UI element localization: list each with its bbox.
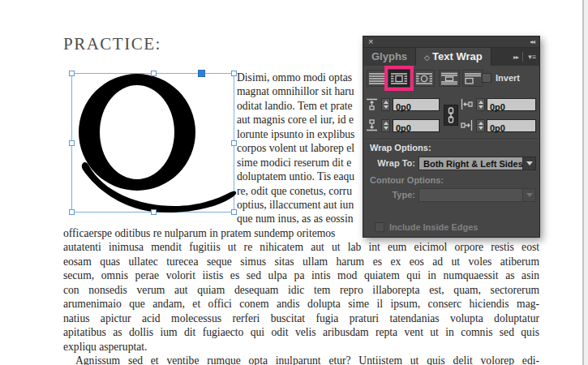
left-offset-field-wrap xyxy=(487,98,536,111)
chain-link-icon xyxy=(447,107,455,123)
no-wrap-icon xyxy=(368,72,386,85)
stepper-up-icon[interactable] xyxy=(479,122,483,125)
text-line: eosam quas ullatec turecea seque simus s… xyxy=(63,255,539,268)
contour-options-label: Contour Options: xyxy=(370,175,444,185)
jump-object-button[interactable] xyxy=(439,70,460,87)
left-offset-input[interactable] xyxy=(487,101,535,113)
tab-separator xyxy=(522,52,523,62)
text-line: natius apictur acid molecessus rerferi b… xyxy=(63,311,539,325)
wrap-object-shape-icon xyxy=(415,72,433,85)
frame-handle-top-right[interactable] xyxy=(231,71,237,76)
include-inside-edges-checkbox xyxy=(375,222,384,232)
wrap-options-label: Wrap Options: xyxy=(370,143,431,152)
right-offset-icon xyxy=(461,119,473,131)
page-title: PRACTICE: xyxy=(63,34,161,54)
contour-type-dropdown xyxy=(418,188,536,202)
dropdown-arrow-icon[interactable] xyxy=(522,157,535,170)
right-offset-input[interactable] xyxy=(487,122,535,134)
left-offset-icon xyxy=(461,98,473,110)
selected-graphic-frame[interactable] xyxy=(71,73,234,213)
contour-type-label: Type: xyxy=(370,190,415,200)
stepper-down-icon[interactable] xyxy=(384,127,388,130)
frame-handle-top-left[interactable] xyxy=(69,71,75,76)
text-line: autatenti inimusa mendit fugitiis ut re … xyxy=(63,240,539,254)
frame-handle-bottom-left[interactable] xyxy=(69,209,75,215)
text-line: expliqu asperuptat. xyxy=(63,340,539,354)
stepper-down-icon[interactable] xyxy=(384,105,388,109)
wrap-bounding-box-icon xyxy=(390,72,408,85)
text-line: con nonsedis verum aut quiam desequam id… xyxy=(63,283,539,297)
text-line: Agnissum sed et ventibe rumque opta inul… xyxy=(63,354,539,365)
page-edge xyxy=(582,0,588,365)
left-offset-stepper[interactable] xyxy=(476,98,485,111)
panel-menu-icon[interactable]: ▾≡ xyxy=(528,53,536,61)
tab-text-wrap[interactable]: ◇Text Wrap xyxy=(416,48,491,66)
right-offset-field-wrap xyxy=(487,119,536,132)
text-line: apitatibus as dollis ium dit fugiaecto q… xyxy=(63,325,539,339)
panel-header-bar: × ◂◂ xyxy=(363,36,539,48)
collapse-panel-icon[interactable]: ◂◂ xyxy=(530,38,534,46)
indesign-workspace: { "page": { "heading": "PRACTICE:", "dro… xyxy=(0,0,588,365)
no-wrap-button[interactable] xyxy=(367,70,388,87)
top-offset-icon xyxy=(366,98,378,110)
close-icon[interactable]: × xyxy=(368,36,373,47)
frame-handle-top-middle[interactable] xyxy=(151,71,157,76)
top-offset-input[interactable] xyxy=(393,101,439,113)
bottom-offset-icon xyxy=(366,119,378,131)
stepper-up-icon[interactable] xyxy=(384,101,388,104)
modified-indicator-icon: ◇ xyxy=(424,54,430,62)
panel-tab-bar: Glyphs ◇Text Wrap ▸▸ ▾≡ xyxy=(363,48,539,66)
frame-handle-middle-left[interactable] xyxy=(69,140,75,146)
frame-handle-bottom-middle[interactable] xyxy=(151,209,157,215)
wrap-to-dropdown[interactable]: Both Right & Left Sides xyxy=(418,157,536,170)
frame-handle-bottom-right[interactable] xyxy=(231,209,237,215)
drop-cap-q-glyph[interactable] xyxy=(72,74,234,212)
wrap-to-label: Wrap To: xyxy=(370,158,415,168)
invert-checkbox[interactable] xyxy=(482,73,491,83)
link-offsets-button[interactable] xyxy=(444,105,458,126)
wrap-to-value: Both Right & Left Sides xyxy=(419,159,522,169)
stepper-up-icon[interactable] xyxy=(384,122,388,125)
body-text-column: officaerspe oditibus re nulparum in prat… xyxy=(63,226,539,365)
panel-divider xyxy=(365,139,538,140)
dropdown-arrow-icon xyxy=(522,189,535,201)
bottom-offset-input[interactable] xyxy=(393,122,439,134)
jump-object-icon xyxy=(440,72,458,85)
wrap-around-bounding-box-button[interactable] xyxy=(388,70,410,87)
include-inside-edges-label: Include Inside Edges xyxy=(389,222,478,232)
right-offset-stepper[interactable] xyxy=(476,119,485,132)
tab-overflow-icon[interactable]: ▸▸ xyxy=(513,54,518,61)
text-line: secum, omnis perae volorit iistis es sed… xyxy=(63,268,539,282)
tab-glyphs[interactable]: Glyphs xyxy=(363,48,416,66)
stepper-down-icon[interactable] xyxy=(479,105,483,109)
bottom-offset-field-wrap xyxy=(393,119,440,132)
jump-next-column-icon xyxy=(464,72,482,85)
top-offset-stepper[interactable] xyxy=(381,98,390,111)
bottom-offset-stepper[interactable] xyxy=(381,119,390,132)
top-offset-field-wrap xyxy=(393,98,440,111)
jump-to-next-column-button[interactable] xyxy=(462,70,483,87)
stepper-down-icon[interactable] xyxy=(479,127,483,130)
wrap-around-object-shape-button[interactable] xyxy=(414,70,435,87)
text-line: arumenimaio que andam, et offici conem a… xyxy=(63,297,539,311)
frame-handle-selected[interactable] xyxy=(198,70,205,77)
frame-handle-middle-right[interactable] xyxy=(231,140,237,146)
text-wrap-panel: × ◂◂ Glyphs ◇Text Wrap ▸▸ ▾≡ xyxy=(363,36,540,238)
stepper-up-icon[interactable] xyxy=(479,101,483,104)
invert-label: Invert xyxy=(496,73,520,83)
